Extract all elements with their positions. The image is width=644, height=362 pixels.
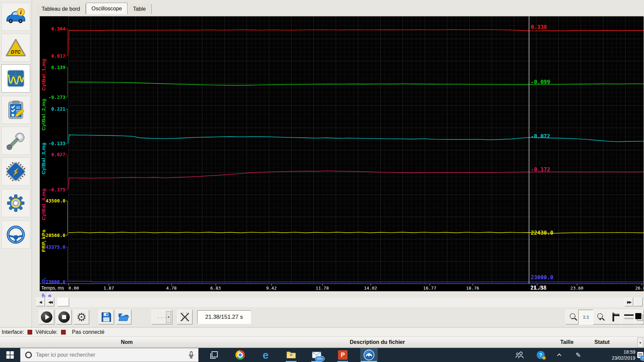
vehicle-status-indicator xyxy=(61,330,66,335)
steering-help-icon: ? xyxy=(6,225,25,244)
save-button[interactable] xyxy=(99,310,114,324)
scroll-page-right-button[interactable]: ▶▶ xyxy=(625,298,633,306)
hide-markers-button[interactable] xyxy=(177,310,193,324)
play-icon xyxy=(41,311,52,323)
time-position-display: 21.38/151.27 s xyxy=(197,310,251,324)
pen-tray-button[interactable]: ✎ xyxy=(572,348,585,362)
cursor-value-CylBal_1,mg: 0.338 xyxy=(531,24,547,30)
microphone-icon[interactable] xyxy=(189,351,194,359)
sidebar: i DTC xyxy=(0,0,32,327)
ecu-chip-icon xyxy=(6,162,26,182)
time-tick-label: 0.00 xyxy=(68,286,79,291)
color-block-icon xyxy=(635,313,644,321)
interface-label: Interface: xyxy=(2,329,24,335)
help-tray-button[interactable]: ? xyxy=(534,348,547,362)
zoom-in-button[interactable] xyxy=(593,310,608,324)
stop-button[interactable] xyxy=(56,310,72,324)
time-tick-label: 6.83 xyxy=(210,286,221,291)
trace-color-button[interactable] xyxy=(635,310,644,324)
tab-tableau-de-bord[interactable]: Tableau de bord xyxy=(36,4,86,14)
cursor-value-CylBal_3,mg: -0.072 xyxy=(531,133,550,139)
gear-icon: ⚙ xyxy=(76,311,87,323)
sidebar-item-test-plan[interactable] xyxy=(1,96,30,124)
diagnostic-app-icon xyxy=(364,350,374,360)
zoom-actual-size-button[interactable]: 1:1 xyxy=(578,310,594,324)
channel-scale-bracket xyxy=(66,247,68,282)
status-bar: Interface: Véhicule: Pas connecté xyxy=(0,327,644,337)
markers-off-icon xyxy=(179,312,190,322)
channel-scale-value: -0.375 xyxy=(48,187,65,192)
channel-scale-value: 0.017 xyxy=(51,53,65,59)
dropdown-arrow-icon: ▼ xyxy=(166,311,171,323)
task-view-button[interactable] xyxy=(205,348,223,362)
scrollbar-thumb[interactable] xyxy=(58,298,69,306)
tab-oscilloscope[interactable]: Oscilloscope xyxy=(86,3,128,14)
plot-area[interactable]: 0.338-0.099-0.072-0.17222430.023000.0 xyxy=(68,16,644,284)
sidebar-item-vehicle-info[interactable]: i xyxy=(1,3,30,31)
time-tick-label: 23.60 xyxy=(570,286,583,291)
channel-scale-value: 0.027 xyxy=(51,152,65,157)
sidebar-item-service-tools[interactable] xyxy=(1,127,30,155)
action-center-button[interactable]: 20 xyxy=(635,348,644,362)
tray-overflow-button[interactable] xyxy=(553,348,566,362)
line-style-dropdown[interactable]: - - - ▼ xyxy=(152,310,172,324)
play-button[interactable] xyxy=(39,310,54,324)
file-explorer-icon xyxy=(286,351,296,359)
cursor-value-FRP_DSD, kPa: 23000.0 xyxy=(531,274,553,281)
start-button[interactable] xyxy=(0,348,20,362)
taskbar-search[interactable] xyxy=(20,348,199,362)
scope-svg xyxy=(68,16,644,284)
oscilloscope-chart[interactable]: CylBal_1,mg0.3640.017CylBal_2,mg0.139-0.… xyxy=(40,16,643,291)
search-input[interactable] xyxy=(36,352,189,358)
channel-scale-bracket xyxy=(66,29,68,56)
channel-scale-value: 43500.0 xyxy=(46,198,65,203)
wrench-icon xyxy=(6,131,25,150)
time-tick-label: 26.61 xyxy=(635,286,644,291)
taskbar-app-chrome[interactable] xyxy=(231,348,249,362)
channel-name-label: CylBal_3,mg xyxy=(41,142,46,174)
taskbar-app-edge[interactable]: e xyxy=(257,348,274,362)
open-file-button[interactable] xyxy=(116,310,131,324)
interface-status-indicator xyxy=(28,330,32,335)
column-header-taille[interactable]: Taille xyxy=(560,339,574,345)
time-tick-label: 14.02 xyxy=(364,286,377,291)
svg-text:?: ? xyxy=(13,229,18,237)
chevron-up-icon xyxy=(557,353,561,358)
people-button[interactable] xyxy=(513,348,527,362)
tab-table[interactable]: Table xyxy=(127,4,151,14)
connection-status-text: Pas connecté xyxy=(72,329,105,335)
taskbar-clock[interactable]: 18:59 23/02/2019 xyxy=(605,349,635,361)
checklist-icon xyxy=(6,100,25,120)
cursor-value-FRP, kPa: 22430.0 xyxy=(531,230,553,236)
sidebar-item-oscilloscope[interactable] xyxy=(1,64,30,93)
table-scrollbar-arrow[interactable]: ▼ xyxy=(637,338,643,348)
windows-logo-icon xyxy=(6,351,14,359)
sidebar-item-ecu-programming[interactable] xyxy=(1,158,30,186)
channel-scale-value: 0.221 xyxy=(51,106,65,112)
taskbar-app-explorer[interactable] xyxy=(282,348,300,362)
taskbar-app-diagnostic[interactable] xyxy=(360,348,378,362)
scroll-step-left-button[interactable]: ◀ xyxy=(36,298,45,306)
people-icon xyxy=(516,351,524,359)
taskbar: e 99+ P xyxy=(0,348,644,362)
line-style-sample: - - - xyxy=(157,314,167,320)
svg-text:DTC: DTC xyxy=(11,49,21,55)
status-separator xyxy=(69,329,69,336)
scroll-page-left-button[interactable]: ◀◀ xyxy=(46,298,54,306)
taskbar-app-powerpoint[interactable]: P xyxy=(334,348,352,362)
channel-scale-value: 43375.0 xyxy=(46,244,65,250)
taskbar-app-mail[interactable]: 99+ xyxy=(308,348,325,362)
tab-bar: Tableau de bord Oscilloscope Table xyxy=(36,3,152,14)
scroll-step-right-button[interactable] xyxy=(634,298,643,306)
column-header-statut[interactable]: Statut xyxy=(594,339,609,345)
channel-scale-value: 20560.0 xyxy=(46,233,65,238)
time-axis: Temps, ms 0.001.874.786.839.4211.7814.02… xyxy=(40,284,644,291)
sidebar-item-dtc[interactable]: DTC xyxy=(1,34,30,62)
record-settings-button[interactable]: ⚙ xyxy=(74,310,89,324)
zoom-in-icon xyxy=(596,312,605,322)
column-header-description[interactable]: Description du fichier xyxy=(350,339,405,345)
horizontal-scrollbar[interactable]: ◀ ◀◀ ▶▶ xyxy=(36,298,643,307)
column-header-nom[interactable]: Nom xyxy=(121,339,133,345)
sidebar-item-settings[interactable] xyxy=(1,189,30,217)
sidebar-item-help[interactable]: ? xyxy=(1,221,30,249)
